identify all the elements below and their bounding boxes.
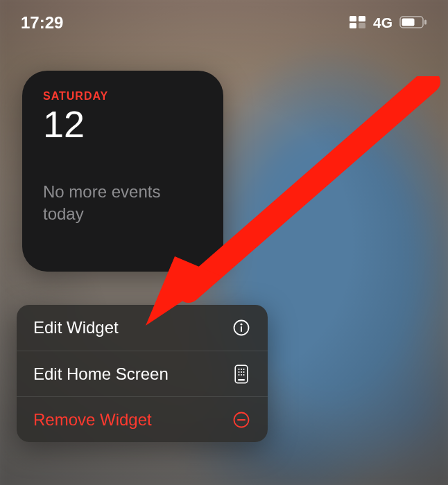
svg-point-8 bbox=[241, 324, 243, 326]
calendar-day-name: SATURDAY bbox=[43, 90, 204, 103]
menu-item-label: Remove Widget bbox=[33, 410, 152, 430]
menu-item-label: Edit Widget bbox=[33, 318, 119, 337]
svg-rect-3 bbox=[359, 23, 365, 28]
svg-point-11 bbox=[238, 368, 239, 369]
svg-rect-0 bbox=[350, 16, 356, 21]
svg-point-16 bbox=[243, 371, 244, 372]
menu-item-label: Edit Home Screen bbox=[33, 364, 169, 384]
calendar-widget[interactable]: SATURDAY 12 No more events today bbox=[22, 71, 223, 272]
svg-point-13 bbox=[243, 368, 244, 369]
svg-point-18 bbox=[241, 373, 242, 375]
status-right-cluster: 4G bbox=[350, 13, 427, 33]
svg-point-19 bbox=[243, 373, 244, 375]
svg-point-12 bbox=[241, 368, 242, 369]
svg-rect-1 bbox=[359, 16, 365, 21]
minus-circle-icon bbox=[232, 410, 251, 430]
status-time: 17:29 bbox=[21, 13, 63, 33]
svg-rect-6 bbox=[424, 20, 427, 25]
network-label: 4G bbox=[373, 15, 393, 31]
battery-icon bbox=[399, 13, 427, 33]
calendar-events-text: No more events today bbox=[43, 181, 203, 224]
svg-point-15 bbox=[241, 371, 242, 372]
svg-rect-20 bbox=[238, 379, 245, 381]
info-circle-icon bbox=[232, 318, 251, 337]
signal-icon bbox=[350, 13, 366, 33]
svg-rect-2 bbox=[350, 23, 356, 28]
menu-item-remove-widget[interactable]: Remove Widget bbox=[17, 396, 268, 442]
svg-rect-5 bbox=[402, 19, 415, 26]
status-bar: 17:29 4G bbox=[0, 0, 448, 39]
svg-point-17 bbox=[238, 373, 239, 375]
svg-rect-9 bbox=[241, 326, 242, 332]
home-grid-icon bbox=[232, 364, 251, 384]
context-menu: Edit Widget Edit Home Screen bbox=[17, 305, 268, 442]
calendar-date: 12 bbox=[43, 104, 204, 145]
menu-item-edit-home-screen[interactable]: Edit Home Screen bbox=[17, 351, 268, 396]
svg-rect-22 bbox=[237, 419, 245, 421]
svg-point-14 bbox=[238, 371, 239, 372]
menu-item-edit-widget[interactable]: Edit Widget bbox=[17, 305, 268, 351]
